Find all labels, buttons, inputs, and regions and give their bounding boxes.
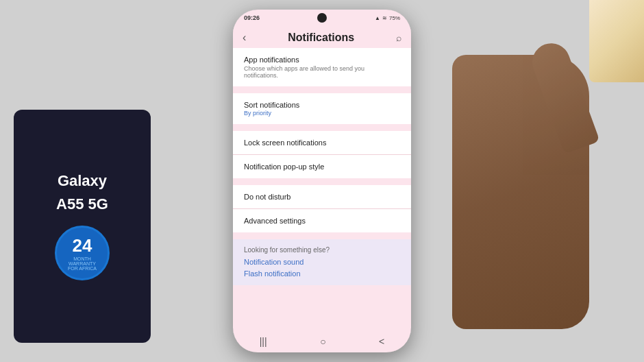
notification-sound-link[interactable]: Notification sound bbox=[244, 258, 400, 266]
warranty-text: MONTHWARRANTYFOR AFRICA bbox=[68, 256, 97, 271]
divider-4 bbox=[233, 234, 411, 239]
galaxy-box: Galaxy A55 5G 24 MONTHWARRANTYFOR AFRICA bbox=[14, 110, 151, 343]
sort-notifications-title: Sort notifications bbox=[244, 101, 400, 109]
sort-notifications-item[interactable]: Sort notifications By priority bbox=[233, 93, 411, 124]
flash-notification-link[interactable]: Flash notification bbox=[244, 269, 400, 278]
notification-popup-item[interactable]: Notification pop-up style bbox=[233, 155, 411, 178]
signal-icon: ▲ bbox=[375, 15, 380, 21]
search-icon[interactable]: ⌕ bbox=[396, 32, 401, 43]
nav-bar: ||| ○ < bbox=[233, 330, 411, 352]
warranty-badge: 24 MONTHWARRANTYFOR AFRICA bbox=[55, 226, 110, 280]
lock-screen-notifications-item[interactable]: Lock screen notifications bbox=[233, 131, 411, 155]
phone-body: 09:26 ▲ ≋ 75% ‹ Notifications ⌕ App noti… bbox=[233, 10, 411, 352]
camera-notch bbox=[317, 13, 327, 23]
back-nav-icon[interactable]: < bbox=[379, 336, 384, 347]
screen-content: ‹ Notifications ⌕ App notifications Choo… bbox=[233, 26, 411, 330]
warranty-number: 24 bbox=[73, 235, 92, 256]
status-bar: 09:26 ▲ ≋ 75% bbox=[233, 10, 411, 26]
do-not-disturb-title: Do not disturb bbox=[244, 193, 400, 201]
looking-title: Looking for something else? bbox=[244, 246, 400, 254]
phone: 09:26 ▲ ≋ 75% ‹ Notifications ⌕ App noti… bbox=[233, 10, 411, 352]
back-button[interactable]: ‹ bbox=[243, 32, 246, 44]
page-title: Notifications bbox=[288, 32, 354, 44]
menu-section-dnd: Do not disturb Advanced settings bbox=[233, 185, 411, 232]
menu-section-app-notifications: App notifications Choose which apps are … bbox=[233, 48, 411, 86]
recent-apps-icon[interactable]: ||| bbox=[260, 336, 267, 347]
divider-2 bbox=[233, 125, 411, 131]
battery-icon: 75% bbox=[389, 15, 400, 21]
menu-section-lock: Lock screen notifications Notification p… bbox=[233, 131, 411, 178]
advanced-settings-title: Advanced settings bbox=[244, 217, 400, 225]
divider-1 bbox=[233, 88, 411, 93]
sort-notifications-value: By priority bbox=[244, 110, 400, 117]
wifi-icon: ≋ bbox=[382, 15, 387, 21]
galaxy-brand: Galaxy bbox=[58, 172, 107, 190]
do-not-disturb-item[interactable]: Do not disturb bbox=[233, 185, 411, 209]
notification-popup-title: Notification pop-up style bbox=[244, 162, 400, 171]
app-notifications-subtitle: Choose which apps are allowed to send yo… bbox=[244, 65, 400, 79]
app-notifications-item[interactable]: App notifications Choose which apps are … bbox=[233, 48, 411, 86]
home-icon[interactable]: ○ bbox=[320, 336, 325, 347]
hand bbox=[452, 55, 589, 329]
advanced-settings-item[interactable]: Advanced settings bbox=[233, 209, 411, 232]
status-icons: ▲ ≋ 75% bbox=[375, 15, 400, 21]
status-time: 09:26 bbox=[244, 14, 260, 21]
looking-section: Looking for something else? Notification… bbox=[233, 239, 411, 285]
galaxy-model: A55 5G bbox=[56, 195, 108, 213]
wood-decoration bbox=[589, 0, 644, 82]
lock-screen-title: Lock screen notifications bbox=[244, 138, 400, 147]
top-bar: ‹ Notifications ⌕ bbox=[233, 26, 411, 48]
divider-3 bbox=[233, 180, 411, 185]
app-notifications-title: App notifications bbox=[244, 56, 400, 64]
menu-section-sort: Sort notifications By priority bbox=[233, 93, 411, 124]
